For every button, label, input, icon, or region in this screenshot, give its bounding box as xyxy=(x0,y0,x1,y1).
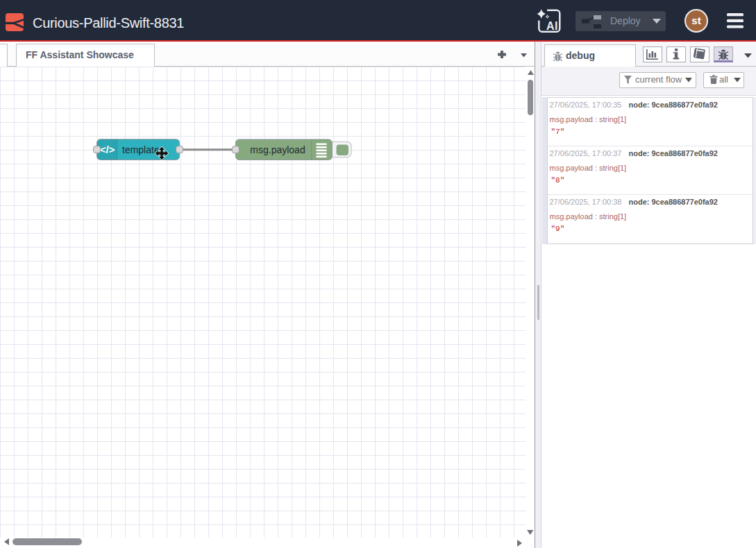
svg-text:AI: AI xyxy=(546,20,558,32)
svg-text:</>: </> xyxy=(100,144,115,155)
svg-text:msg.payload: msg.payload xyxy=(250,144,305,155)
svg-text:template: template xyxy=(122,144,160,155)
